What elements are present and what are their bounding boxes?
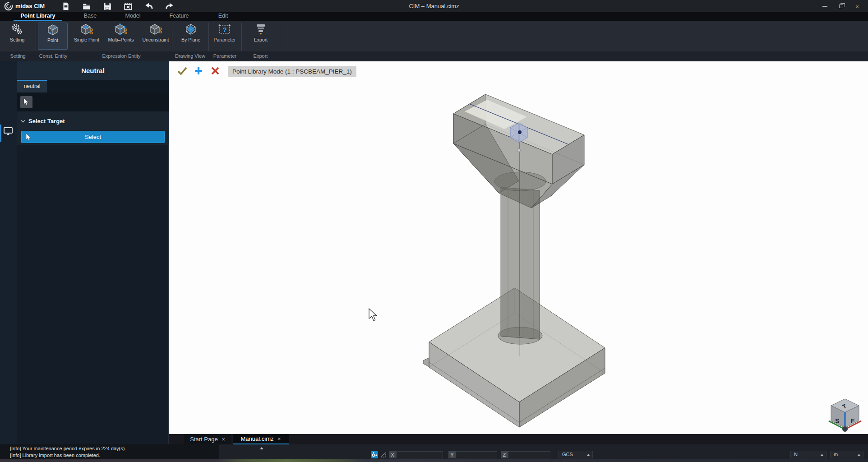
unit-dropdown[interactable]: m: [830, 451, 863, 458]
panel-toolbar: [17, 92, 169, 111]
svg-text:?: ?: [222, 26, 226, 33]
restore-button[interactable]: [835, 2, 847, 10]
group-expression-entity: Expression Entity: [71, 51, 172, 61]
display-icon: [3, 126, 14, 137]
z-coordinate-input[interactable]: [508, 451, 550, 458]
neutral-panel: Neutral neutral Select Target S: [17, 61, 169, 444]
group-export: Export: [241, 51, 280, 61]
view-cube-right-label: F: [851, 417, 855, 425]
multi-points-button[interactable]: Multi–Points: [106, 23, 136, 50]
group-setting: Setting: [0, 51, 36, 61]
model-viewport[interactable]: Point Library Mode (1 : PSCBEAM_PIER_1): [169, 61, 868, 434]
status-message: [Info] Library import has been completed…: [10, 452, 219, 459]
active-strip-indicator: [0, 125, 1, 142]
select-button[interactable]: Select: [21, 131, 165, 143]
tab-manual-cimz[interactable]: Manual.cimz ×: [233, 434, 289, 444]
status-message: [Info] Your maintenance period expires i…: [10, 445, 219, 452]
panel-tab-bar: neutral: [17, 80, 169, 92]
desktop-edge: [0, 459, 868, 462]
setting-button[interactable]: Setting: [2, 23, 32, 50]
view-cube[interactable]: T S F: [829, 399, 861, 432]
ribbon-group-row: Setting Const. Entity Expression Entity …: [0, 51, 868, 61]
message-output: [Info] Your maintenance period expires i…: [0, 444, 219, 459]
x-coordinate-input[interactable]: [396, 451, 443, 458]
minimize-icon: [822, 6, 827, 7]
tab-model[interactable]: Model: [114, 12, 152, 21]
cube-point-icon: [46, 23, 60, 37]
export-icon: [254, 23, 268, 36]
tab-start-page[interactable]: Start Page ×: [184, 434, 231, 444]
minimize-button[interactable]: [818, 2, 831, 10]
parameter-icon: ?: [218, 23, 231, 36]
select-mode-button[interactable]: [20, 96, 32, 108]
cube-plane-icon: [184, 23, 198, 36]
mouse-cursor: [369, 309, 377, 321]
gear-icon: [10, 23, 24, 36]
sidebar-icon-strip: [0, 61, 17, 444]
close-tab-icon[interactable]: ×: [222, 436, 225, 443]
unconstraint-button[interactable]: Unconstraint: [141, 23, 171, 50]
application-window: midas CIM CIM – Manual.cimz: [0, 0, 868, 462]
angle-snap-icon[interactable]: [380, 451, 387, 458]
close-icon: ×: [855, 3, 859, 10]
chevron-down-icon: [21, 120, 25, 123]
tab-base[interactable]: Base: [72, 12, 108, 21]
view-cube-left-label: S: [835, 417, 839, 425]
by-plane-button[interactable]: By Plane: [176, 23, 206, 50]
cursor-icon: [23, 98, 29, 106]
restore-icon: [839, 5, 843, 8]
group-drawing-view: Drawing View: [172, 51, 208, 61]
close-tab-icon[interactable]: ×: [277, 436, 281, 442]
close-button[interactable]: ×: [851, 2, 863, 10]
tab-edit[interactable]: Edit: [204, 12, 242, 21]
cube-multi-points-icon: [114, 23, 128, 36]
select-target-header[interactable]: Select Target: [21, 118, 65, 125]
tab-neutral[interactable]: neutral: [17, 80, 47, 92]
menu-bar: Point Library Base Model Feature Edit: [0, 12, 868, 21]
coordinate-system-dropdown[interactable]: GCS: [559, 451, 593, 458]
cursor-icon: [26, 134, 32, 141]
title-bar: midas CIM CIM – Manual.cimz: [0, 0, 868, 12]
single-point-button[interactable]: Single Point: [72, 23, 102, 50]
cube-single-point-icon: [80, 23, 93, 36]
parameter-button[interactable]: ? Parameter: [210, 23, 240, 50]
pier-3d-model[interactable]: T S F: [169, 61, 868, 434]
dropdown-caret-icon: [858, 454, 860, 456]
cube-unconstraint-icon: [149, 23, 162, 36]
z-coordinate-label: Z: [501, 451, 508, 458]
x-coordinate-label: X: [389, 451, 396, 458]
tab-point-library[interactable]: Point Library: [14, 12, 62, 21]
document-tab-bar: Start Page × Manual.cimz ×: [169, 434, 868, 444]
group-parameter: Parameter: [208, 51, 241, 61]
window-title: CIM – Manual.cimz: [0, 3, 868, 9]
y-coordinate-label: Y: [448, 451, 456, 458]
y-coordinate-input[interactable]: [456, 451, 497, 458]
point-tracking-icon[interactable]: [371, 451, 378, 458]
dropdown-caret-icon: [587, 454, 590, 456]
status-bar: [Info] Your maintenance period expires i…: [0, 444, 868, 459]
panel-title: Neutral: [17, 61, 169, 80]
tab-feature[interactable]: Feature: [159, 12, 199, 21]
direction-dropdown[interactable]: N: [790, 451, 826, 458]
ribbon-toolbar: Setting Point: [0, 21, 868, 51]
dropdown-caret-icon: [821, 454, 823, 456]
point-button[interactable]: Point: [38, 23, 68, 50]
neutral-panel-toggle[interactable]: [3, 126, 15, 139]
expand-output-caret[interactable]: [260, 447, 263, 449]
group-const-entity: Const. Entity: [36, 51, 71, 61]
select-target-section: Select Target Select: [17, 111, 169, 145]
export-button[interactable]: Export: [246, 23, 276, 50]
